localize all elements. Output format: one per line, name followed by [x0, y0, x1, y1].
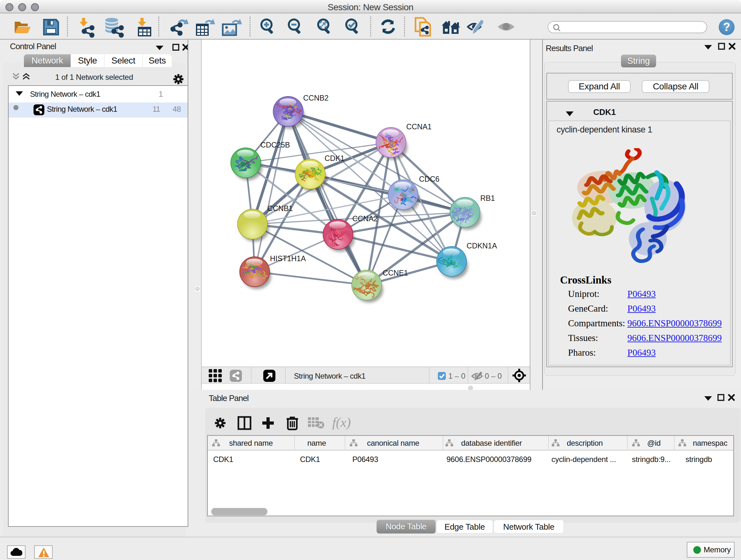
svg-text:CDK1: CDK1 [325, 154, 345, 163]
svg-text:CCNA2: CCNA2 [352, 214, 378, 223]
svg-text:CDC25B: CDC25B [260, 141, 290, 149]
svg-text:CCNA1: CCNA1 [406, 123, 432, 131]
svg-text:RB1: RB1 [480, 194, 495, 202]
svg-text:CDKN1A: CDKN1A [467, 242, 497, 250]
svg-text:CCNB1: CCNB1 [267, 204, 293, 212]
svg-text:CDC6: CDC6 [419, 175, 440, 183]
svg-text:HIST1H1A: HIST1H1A [270, 254, 306, 263]
svg-text:CCNB2: CCNB2 [303, 94, 329, 102]
svg-text:CCNE1: CCNE1 [383, 269, 408, 277]
